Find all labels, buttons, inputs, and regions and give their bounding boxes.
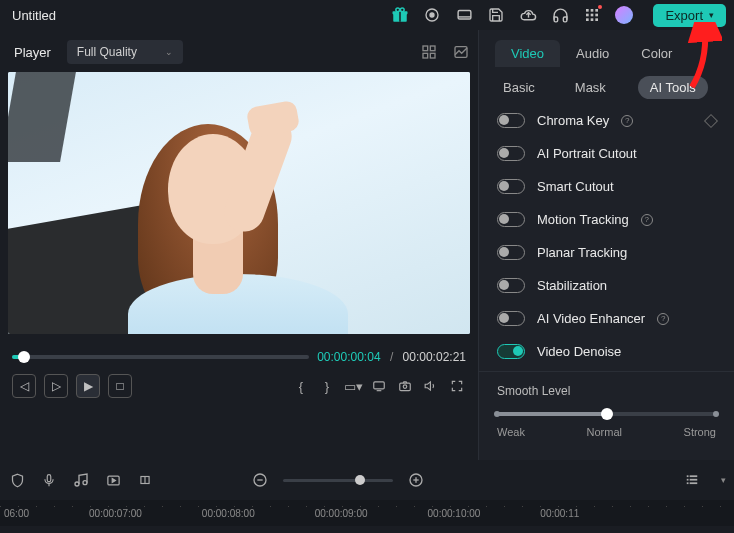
- svg-marker-28: [425, 382, 430, 390]
- property-tabs: Video Audio Color: [479, 36, 734, 70]
- timeline-ruler[interactable]: 06:00 00:00:07:00 00:00:08:00 00:00:09:0…: [0, 500, 734, 526]
- toggle-video-denoise[interactable]: [497, 344, 525, 359]
- marker-dropdown-icon[interactable]: ▭▾: [344, 377, 362, 395]
- subtab-ai-tools[interactable]: AI Tools: [638, 76, 708, 99]
- quality-value: Full Quality: [77, 45, 137, 59]
- zoom-in-icon[interactable]: [407, 471, 425, 489]
- save-icon[interactable]: [487, 6, 505, 24]
- svg-rect-46: [687, 482, 689, 484]
- record-icon[interactable]: [423, 6, 441, 24]
- svg-rect-47: [690, 482, 698, 484]
- svg-rect-14: [591, 14, 594, 17]
- smooth-labels: Weak Normal Strong: [497, 426, 716, 438]
- tab-color[interactable]: Color: [625, 40, 688, 67]
- prev-frame-button[interactable]: ◁: [12, 374, 36, 398]
- smooth-level-slider[interactable]: [497, 412, 716, 416]
- chevron-down-icon: ▾: [709, 10, 714, 20]
- svg-rect-21: [423, 53, 428, 58]
- layout-grid-icon[interactable]: [420, 44, 438, 60]
- svg-rect-18: [596, 18, 599, 21]
- svg-rect-2: [400, 11, 402, 22]
- stop-button[interactable]: □: [108, 374, 132, 398]
- chevron-down-icon: ⌄: [165, 47, 173, 57]
- image-compare-icon[interactable]: [452, 44, 470, 60]
- player-label: Player: [8, 41, 57, 64]
- export-button[interactable]: Export ▾: [653, 4, 726, 27]
- play-button[interactable]: ▶: [76, 374, 100, 398]
- svg-rect-26: [400, 383, 411, 391]
- svg-rect-20: [430, 46, 435, 51]
- quality-dropdown[interactable]: Full Quality ⌄: [67, 40, 183, 64]
- toggle-chroma-key[interactable]: [497, 113, 525, 128]
- export-label: Export: [665, 8, 703, 23]
- smooth-level-label: Smooth Level: [497, 384, 716, 398]
- help-icon[interactable]: ?: [641, 214, 653, 226]
- cloud-icon[interactable]: [519, 6, 537, 24]
- svg-point-27: [403, 385, 407, 389]
- svg-rect-15: [596, 14, 599, 17]
- time-total: 00:00:02:21: [403, 350, 466, 364]
- tool-motion-tracking: Motion Tracking ?: [497, 212, 716, 227]
- avatar[interactable]: [615, 6, 633, 24]
- toggle-motion-tracking[interactable]: [497, 212, 525, 227]
- tool-chroma-key: Chroma Key ?: [497, 113, 716, 128]
- headphones-icon[interactable]: [551, 6, 569, 24]
- fullscreen-icon[interactable]: [448, 377, 466, 395]
- mic-icon[interactable]: [40, 471, 58, 489]
- help-icon[interactable]: ?: [657, 313, 669, 325]
- subtab-basic[interactable]: Basic: [495, 76, 543, 99]
- keyframe-icon[interactable]: [704, 113, 718, 127]
- project-title: Untitled: [8, 8, 391, 23]
- toggle-ai-portrait-cutout[interactable]: [497, 146, 525, 161]
- mark-in-icon[interactable]: {: [292, 377, 310, 395]
- svg-marker-34: [112, 478, 115, 482]
- next-frame-button[interactable]: ▷: [44, 374, 68, 398]
- media-icon[interactable]: [104, 471, 122, 489]
- svg-rect-12: [596, 9, 599, 12]
- desktop-icon[interactable]: [455, 6, 473, 24]
- notification-dot: [598, 5, 602, 9]
- svg-rect-13: [586, 14, 589, 17]
- time-current: 00:00:00:04: [317, 350, 380, 364]
- screen-icon[interactable]: [370, 377, 388, 395]
- crop-icon[interactable]: [136, 471, 154, 489]
- svg-point-32: [83, 481, 87, 485]
- svg-rect-24: [374, 382, 385, 389]
- tool-smart-cutout: Smart Cutout: [497, 179, 716, 194]
- music-icon[interactable]: [72, 471, 90, 489]
- zoom-out-icon[interactable]: [251, 471, 269, 489]
- tab-audio[interactable]: Audio: [560, 40, 625, 67]
- mark-out-icon[interactable]: }: [318, 377, 336, 395]
- svg-rect-29: [47, 474, 51, 481]
- svg-rect-19: [423, 46, 428, 51]
- tool-planar-tracking: Planar Tracking: [497, 245, 716, 260]
- video-subtabs: Basic Mask AI Tools: [479, 70, 734, 109]
- svg-point-4: [401, 8, 405, 12]
- volume-icon[interactable]: [422, 377, 440, 395]
- toggle-planar-tracking[interactable]: [497, 245, 525, 260]
- toggle-ai-video-enhancer[interactable]: [497, 311, 525, 326]
- tab-video[interactable]: Video: [495, 40, 560, 67]
- tool-ai-portrait-cutout: AI Portrait Cutout: [497, 146, 716, 161]
- list-view-icon[interactable]: [683, 471, 701, 489]
- svg-point-6: [430, 13, 434, 17]
- video-preview[interactable]: [8, 72, 470, 334]
- svg-rect-11: [591, 9, 594, 12]
- toggle-stabilization[interactable]: [497, 278, 525, 293]
- gift-icon[interactable]: [391, 6, 409, 24]
- toggle-smart-cutout[interactable]: [497, 179, 525, 194]
- zoom-slider[interactable]: [283, 479, 393, 482]
- subtab-mask[interactable]: Mask: [567, 76, 614, 99]
- svg-rect-16: [586, 18, 589, 21]
- svg-rect-17: [591, 18, 594, 21]
- svg-rect-45: [690, 479, 698, 481]
- svg-point-31: [75, 482, 79, 486]
- shield-icon[interactable]: [8, 471, 26, 489]
- chevron-down-icon[interactable]: ▾: [721, 475, 726, 485]
- apps-icon[interactable]: [583, 6, 601, 24]
- snapshot-icon[interactable]: [396, 377, 414, 395]
- time-display: 00:00:00:04 / 00:00:02:21: [317, 350, 466, 364]
- svg-rect-22: [430, 53, 435, 58]
- seek-bar[interactable]: [12, 355, 309, 359]
- help-icon[interactable]: ?: [621, 115, 633, 127]
